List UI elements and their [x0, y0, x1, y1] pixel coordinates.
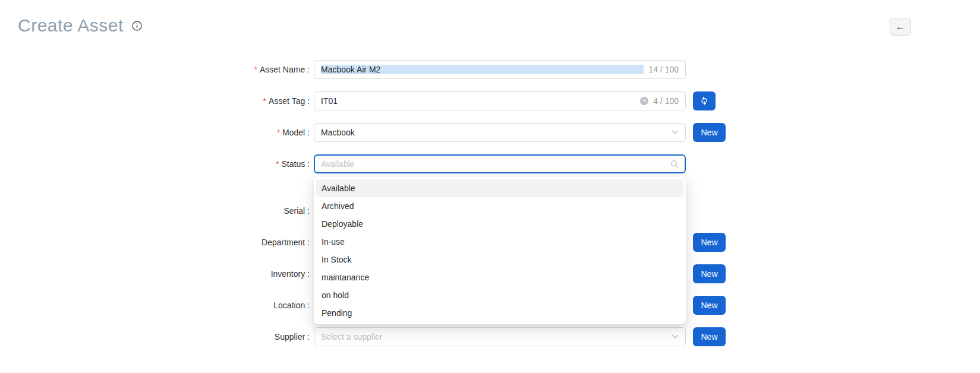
supplier-placeholder: Select a supplier [321, 332, 667, 342]
status-placeholder: Available [321, 159, 666, 169]
new-supplier-button[interactable]: New [693, 327, 726, 346]
model-label-text: Model : [282, 128, 310, 137]
serial-label-text: Serial : [283, 206, 310, 216]
dropdown-option-in-use[interactable]: In-use [316, 233, 683, 251]
status-label-text: Status : [282, 159, 310, 169]
refresh-icon [699, 96, 709, 107]
clear-icon[interactable]: ✕ [640, 97, 648, 105]
model-value: Macbook [321, 128, 667, 137]
new-department-button[interactable]: New [693, 233, 726, 252]
asset-name-counter: 14 / 100 [648, 65, 679, 74]
new-inventory-button[interactable]: New [693, 264, 726, 283]
asset-tag-counter: 4 / 100 [653, 96, 679, 106]
dropdown-option-deployable[interactable]: Deployable [316, 215, 683, 233]
status-select[interactable]: Available [314, 154, 686, 173]
asset-tag-input[interactable]: IT01 ✕ 4 / 100 [314, 91, 686, 110]
info-icon[interactable] [132, 21, 142, 31]
department-label-text: Department : [261, 238, 310, 247]
asset-tag-label: *Asset Tag : [0, 91, 310, 110]
back-button[interactable]: ← [890, 18, 911, 36]
page-title: Create Asset [18, 15, 124, 36]
inventory-label: Inventory : [0, 264, 310, 283]
model-select[interactable]: Macbook [314, 123, 686, 142]
asset-name-input[interactable]: Macbook Air M2 14 / 100 [314, 60, 686, 79]
field-row-model: *Model : Macbook New [0, 123, 980, 142]
asset-tag-label-text: Asset Tag : [269, 96, 310, 106]
supplier-select[interactable]: Select a supplier [314, 327, 686, 346]
dropdown-option-maintanance[interactable]: maintanance [316, 268, 683, 286]
asset-name-label: *Asset Name : [0, 60, 310, 79]
serial-label: Serial : [0, 201, 310, 220]
new-model-button[interactable]: New [693, 123, 726, 142]
asset-name-label-text: Asset Name : [260, 65, 310, 74]
search-icon [670, 160, 679, 168]
back-arrow-icon: ← [896, 21, 905, 32]
location-label: Location : [0, 296, 310, 315]
dropdown-option-archived[interactable]: Archived [316, 197, 683, 215]
create-asset-page: Create Asset ← *Asset Name : Macbook Air… [0, 0, 980, 373]
dropdown-option-on-hold[interactable]: on hold [316, 286, 683, 304]
page-header: Create Asset [18, 15, 142, 36]
chevron-down-icon [672, 334, 679, 339]
model-label: *Model : [0, 123, 310, 142]
status-dropdown: Available Archived Deployable In-use In … [314, 177, 686, 324]
inventory-label-text: Inventory : [271, 269, 310, 279]
asset-name-value: Macbook Air M2 [321, 65, 644, 74]
generate-tag-button[interactable] [693, 91, 716, 110]
supplier-label-text: Supplier : [275, 332, 310, 342]
field-row-asset-name: *Asset Name : Macbook Air M2 14 / 100 [0, 60, 980, 79]
dropdown-option-in-stock[interactable]: In Stock [316, 251, 683, 268]
supplier-label: Supplier : [0, 327, 310, 346]
dropdown-option-pending[interactable]: Pending [316, 304, 683, 322]
field-row-status: *Status : Available [0, 154, 980, 173]
required-asterisk: * [277, 128, 280, 137]
status-label: *Status : [0, 154, 310, 173]
location-label-text: Location : [273, 301, 310, 310]
department-label: Department : [0, 233, 310, 252]
required-asterisk: * [254, 65, 257, 74]
field-row-supplier: Supplier : Select a supplier New [0, 327, 980, 346]
asset-tag-value: IT01 [321, 96, 635, 106]
dropdown-option-available[interactable]: Available [316, 179, 683, 197]
required-asterisk: * [263, 96, 266, 106]
chevron-down-icon [672, 130, 679, 135]
field-row-asset-tag: *Asset Tag : IT01 ✕ 4 / 100 [0, 91, 980, 110]
new-location-button[interactable]: New [693, 296, 726, 315]
required-asterisk: * [276, 159, 279, 169]
